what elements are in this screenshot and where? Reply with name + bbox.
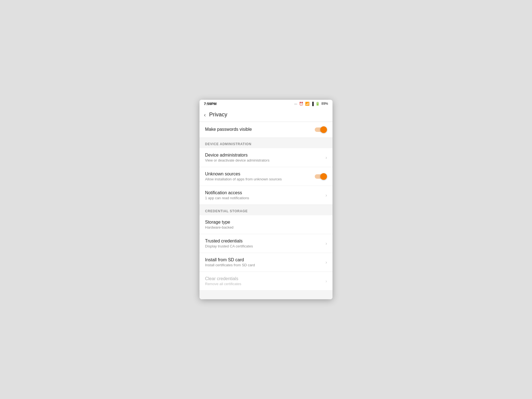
setting-text-clear-credentials: Clear credentials Remove all certificate… <box>205 276 323 286</box>
setting-item-unknown-sources[interactable]: Unknown sources Allow installation of ap… <box>200 167 332 186</box>
toggle-make-passwords-visible[interactable] <box>315 126 327 133</box>
setting-text-install-from-sd-card: Install from SD card Install certificate… <box>205 257 323 267</box>
battery-icon: 🔋 <box>315 102 320 106</box>
setting-title-notification-access: Notification access <box>205 190 323 195</box>
back-button[interactable]: ‹ <box>204 112 206 117</box>
setting-title-install-from-sd-card: Install from SD card <box>205 257 323 262</box>
chevron-clear-credentials: › <box>326 279 327 284</box>
toolbar: ‹ Privacy <box>200 108 332 122</box>
setting-subtitle-notification-access: 1 app can read notifications <box>205 196 323 200</box>
content-area: Make passwords visible DEVICE ADMINISTRA… <box>200 122 332 299</box>
setting-title-unknown-sources: Unknown sources <box>205 172 315 177</box>
setting-title-device-administrators: Device administrators <box>205 153 323 158</box>
setting-text-make-passwords-visible: Make passwords visible <box>205 127 315 132</box>
setting-item-device-administrators[interactable]: Device administrators View or deactivate… <box>200 148 332 167</box>
setting-item-trusted-credentials[interactable]: Trusted credentials Display trusted CA c… <box>200 234 332 253</box>
setting-item-make-passwords-visible[interactable]: Make passwords visible <box>200 122 332 138</box>
signal-icon: ▐ <box>311 102 314 106</box>
setting-text-unknown-sources: Unknown sources Allow installation of ap… <box>205 172 315 181</box>
section-header-device-administration: DEVICE ADMINISTRATION <box>200 138 332 148</box>
chevron-trusted-credentials: › <box>326 241 327 246</box>
setting-item-clear-credentials: Clear credentials Remove all certificate… <box>200 272 332 291</box>
toggle-thumb-make-passwords-visible <box>320 126 327 133</box>
setting-title-make-passwords-visible: Make passwords visible <box>205 127 315 132</box>
setting-subtitle-trusted-credentials: Display trusted CA certificates <box>205 244 323 248</box>
toggle-unknown-sources[interactable] <box>315 173 327 180</box>
setting-item-notification-access[interactable]: Notification access 1 app can read notif… <box>200 186 332 205</box>
phone-frame: 7:59PM ··· ⏰ 📶 ▐ 🔋 89% ‹ Privacy Make pa… <box>200 100 332 299</box>
chevron-notification-access: › <box>326 193 327 198</box>
setting-text-notification-access: Notification access 1 app can read notif… <box>205 190 323 200</box>
setting-title-trusted-credentials: Trusted credentials <box>205 239 323 244</box>
battery-level: 89% <box>321 102 328 106</box>
setting-subtitle-install-from-sd-card: Install certificates from SD card <box>205 263 323 267</box>
status-icons: ··· ⏰ 📶 ▐ 🔋 89% <box>294 102 328 106</box>
setting-title-storage-type: Storage type <box>205 220 327 225</box>
setting-text-storage-type: Storage type Hardware-backed <box>205 220 327 229</box>
setting-text-device-administrators: Device administrators View or deactivate… <box>205 153 323 162</box>
setting-item-install-from-sd-card[interactable]: Install from SD card Install certificate… <box>200 253 332 272</box>
setting-text-trusted-credentials: Trusted credentials Display trusted CA c… <box>205 239 323 248</box>
wifi-icon: 📶 <box>305 102 310 106</box>
section-header-credential-storage: CREDENTIAL STORAGE <box>200 205 332 215</box>
setting-subtitle-unknown-sources: Allow installation of apps from unknown … <box>205 177 315 181</box>
chevron-device-administrators: › <box>326 155 327 160</box>
status-time: 7:59PM <box>204 102 217 106</box>
setting-item-storage-type: Storage type Hardware-backed <box>200 215 332 234</box>
setting-subtitle-device-administrators: View or deactivate device administrators <box>205 158 323 162</box>
status-bar: 7:59PM ··· ⏰ 📶 ▐ 🔋 89% <box>200 100 332 108</box>
page-title: Privacy <box>209 111 227 118</box>
alarm-icon: ⏰ <box>299 102 303 106</box>
setting-title-clear-credentials: Clear credentials <box>205 276 323 281</box>
setting-subtitle-storage-type: Hardware-backed <box>205 225 327 229</box>
toggle-thumb-unknown-sources <box>320 173 327 180</box>
chevron-install-from-sd-card: › <box>326 260 327 265</box>
setting-subtitle-clear-credentials: Remove all certificates <box>205 282 323 286</box>
dots-icon: ··· <box>294 102 297 106</box>
